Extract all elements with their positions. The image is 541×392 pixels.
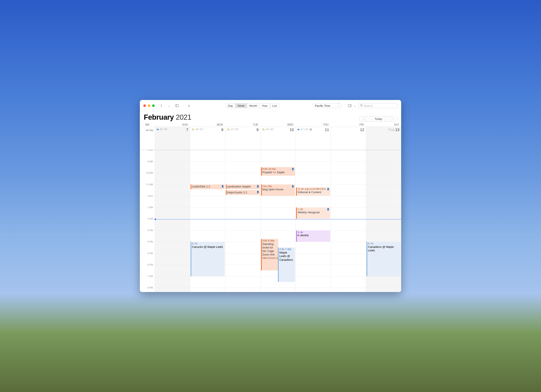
allday-cell-tue[interactable]: ⛅47°/32° 9 [225,127,260,150]
hour-label: 5 PM [140,252,155,263]
hour-label: 9 AM [140,160,155,172]
day-col-tue[interactable]: syndication targets👤 Kalyn/Justin 1:1👤 [225,150,260,292]
prev-month-button[interactable]: 〈 [359,116,366,121]
appearance-chevron[interactable]: ⌄ [167,104,171,107]
moon-icon[interactable]: ☾ [159,104,165,108]
search-input[interactable] [364,104,396,107]
event-niccage[interactable]: 3:45–6:30pStanding invite for Nic Cage Z… [261,239,278,270]
weather: ⛅48°/32° [192,128,224,131]
day-number: 11 [325,128,329,132]
event-justin-deb[interactable]: Justin/Deb 1:1👤 [191,184,225,189]
day-col-wed[interactable]: 9:30–10:15aPraytell <> Zapier👤 11a–12pbl… [260,150,296,292]
weather: 🌧48°/35° [156,128,189,131]
day-number: 10 [290,128,294,132]
view-year[interactable]: Year [260,103,270,108]
next-month-button[interactable]: 〉 [391,116,397,121]
event-canadiens-leafs[interactable]: 4–7pCanadiens @ Maple Leafs [367,242,401,276]
rain-icon: 🌧 [297,128,300,131]
svg-point-4 [360,104,362,106]
hour-label: 2 PM [140,217,155,229]
view-month[interactable]: Month [247,103,260,108]
moon-phase-icon [309,128,312,131]
search-field[interactable] [358,103,398,108]
partly-cloudy-icon: ⛅ [262,128,265,131]
dayname: THU [296,123,331,126]
toolbar: ☾ ⌄ ＋ Day Week Month Year List Pacific T… [140,100,401,111]
sidebar-toggle-icon[interactable] [174,104,180,107]
people-icon: 👤 [327,208,329,211]
allday-cell-wed[interactable]: ⛅45°/36° 10 [260,127,296,150]
view-week[interactable]: Week [235,103,247,108]
hour-label: 7 PM [140,275,155,287]
people-icon: 👤 [256,191,259,194]
weather: 🌧41°/29° [297,128,329,131]
event-openhouse[interactable]: 11a–12pblog open house👤 [261,184,295,196]
hour-label: 8 AM [140,150,155,160]
zoom-button[interactable] [152,104,155,107]
hour-label: 10 AM [140,171,155,183]
hour-label: noon [140,195,155,206]
allday-cell-fri[interactable]: 12 [331,127,366,150]
svg-line-5 [362,106,363,107]
calendar-window: ☾ ⌄ ＋ Day Week Month Year List Pacific T… [140,100,401,292]
now-indicator [155,219,401,219]
day-col-fri[interactable] [331,150,366,292]
day-number: 8 [221,128,223,132]
rain-icon: 🌧 [156,128,159,131]
hour-label: 8 PM [140,286,155,292]
people-icon: 👤 [291,168,294,171]
allday-label: all-day [140,127,155,150]
day-number: Feb13 [389,128,399,132]
close-button[interactable] [143,104,146,107]
svg-rect-2 [348,105,351,107]
view-segmented-control: Day Week Month Year List [225,103,279,108]
event-leafs-canadiens[interactable]: 4:30–7:30pMaple Leafs @ Canadiens [278,248,295,282]
week-number: W6 [140,123,155,126]
weather: ⛅45°/36° [262,128,294,131]
allday-cell-sat[interactable]: Feb13 [366,127,401,150]
next-week-button[interactable]: 〉 [385,116,391,121]
event-kalyn-justin[interactable]: Kalyn/Justin 1:1👤 [226,190,260,195]
svg-rect-0 [176,105,179,107]
weather: ⛅47°/32° [227,128,259,131]
people-icon: 👤 [256,185,259,188]
hour-label: 6 PM [140,263,155,275]
allday-cell-sun[interactable]: 🌧48°/35° 7 [155,127,190,150]
header: February 2021 〈 〈 Today 〉 〉 [140,111,401,123]
dayname: TUE [225,123,260,126]
day-number: 9 [256,128,259,132]
day-col-thu[interactable]: 11:15–12p (1:15 PM CST)Editorial & Conte… [296,150,331,292]
event-praytell[interactable]: 9:30–10:15aPraytell <> Zapier👤 [261,167,295,176]
event-canucks[interactable]: 4–7pCanucks @ Maple Leafs [191,242,225,276]
inspector-chevron[interactable]: ⌄ [353,104,357,107]
minimize-button[interactable] [148,104,150,107]
event-dentist[interactable]: 3–4pK dentist [296,230,330,242]
day-number: 7 [186,128,188,132]
search-icon [360,104,363,107]
people-icon: 👤 [291,185,294,188]
day-col-mon[interactable]: Justin/Deb 1:1👤 4–7pCanucks @ Maple Leaf… [190,150,225,292]
inspector-toggle-icon[interactable] [347,104,353,107]
timezone-select[interactable]: Pacific Time [313,103,341,108]
dayname: MON [190,123,225,126]
hour-label: 4 PM [140,240,155,252]
dayname: SUN [155,123,190,126]
day-col-sat[interactable]: 4–7pCanadiens @ Maple Leafs [366,150,401,292]
event-editorial[interactable]: 11:15–12p (1:15 PM CST)Editorial & Conte… [296,187,330,196]
view-day[interactable]: Day [226,103,235,108]
people-icon: 👤 [221,185,224,188]
prev-week-button[interactable]: 〈 [366,116,372,121]
today-button[interactable]: Today [372,116,385,121]
dayname: SAT [366,123,401,126]
allday-cell-thu[interactable]: 🌧41°/29° 11 [296,127,331,150]
new-event-button[interactable]: ＋ [186,103,192,108]
hour-label: 11 AM [140,183,155,195]
day-col-sun[interactable] [155,150,190,292]
view-list[interactable]: List [270,103,279,108]
event-hangouts[interactable]: 1–2pWeekly Hangouts👤 [296,207,330,219]
hour-label: 3 PM [140,229,155,241]
people-icon: 👤 [327,188,329,191]
event-syndication[interactable]: syndication targets👤 [226,184,260,189]
allday-cell-mon[interactable]: ⛅48°/32° 8 [190,127,225,150]
partly-cloudy-icon: ⛅ [227,128,230,131]
